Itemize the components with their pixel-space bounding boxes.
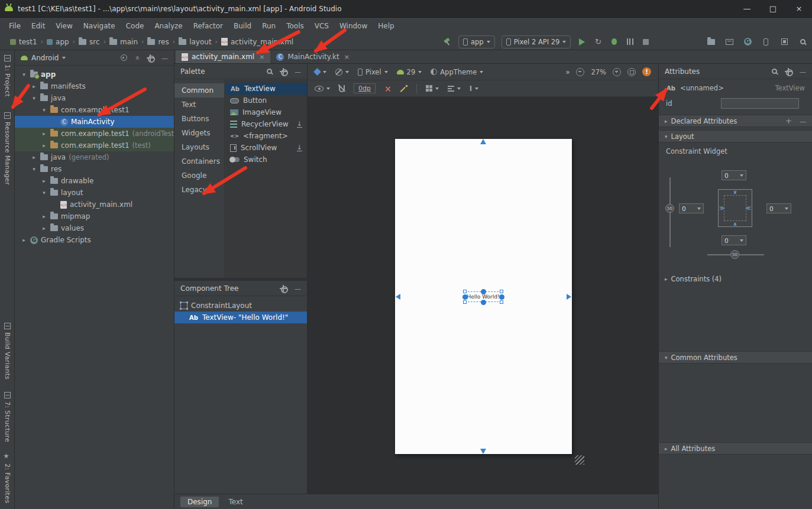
palette-item-switch[interactable]: Switch [225,154,307,166]
maximize-button[interactable]: □ [760,0,786,17]
horizontal-bias-slider[interactable]: 50 [730,250,739,259]
device-file-explorer-icon[interactable] [706,37,716,47]
layout-section[interactable]: ▾ Layout [659,130,812,142]
tree-item-values[interactable]: ▸values [15,222,174,234]
tool-window-button-resource-manager[interactable]: Resource Manager [4,112,11,185]
palette-item-imageview[interactable]: ImageView [225,106,307,118]
default-margin-button[interactable]: 0dp [354,83,376,93]
tree-item-app[interactable]: ▾app [15,69,174,80]
menu-run[interactable]: Run [257,20,281,33]
search-icon[interactable] [772,69,777,74]
tree-expand-arrow[interactable]: ▾ [21,72,27,77]
hide-panel-icon[interactable] [295,284,301,293]
gear-icon[interactable] [280,285,287,292]
canvas-resize-grip[interactable] [575,455,584,465]
build-hammer-icon[interactable] [442,37,452,47]
run-configuration-select[interactable]: app [458,35,495,48]
tree-expand-arrow[interactable]: ▸ [31,83,37,89]
theme-selector[interactable]: AppTheme [431,68,483,76]
component-tree-item-constraintlayout[interactable]: ConstraintLayout [174,300,307,312]
search-everywhere-icon[interactable] [798,37,807,47]
tree-expand-arrow[interactable]: ▾ [31,95,37,101]
tree-expand-arrow[interactable]: ▾ [31,166,37,172]
tree-item-java-generated[interactable]: ▸java(generated) [15,151,174,163]
constraints-section[interactable]: ▸ Constraints (4) [659,273,812,285]
apply-changes-icon[interactable] [593,37,603,47]
tree-item-com-example-test1-androidtest[interactable]: ▸com.example.test1(androidTest) [15,128,174,140]
palette-item-scrollview[interactable]: ScrollView↓ [225,142,307,154]
menu-help[interactable]: Help [373,20,399,33]
debug-icon[interactable] [609,37,619,47]
avd-manager-icon[interactable] [761,37,771,47]
guidelines-selector[interactable] [470,85,478,93]
menu-navigate[interactable]: Navigate [78,20,121,33]
all-attributes-section[interactable]: ▸ All Attributes [659,442,812,455]
vertical-bias-slider[interactable]: 50 [665,204,674,213]
margin-right-select[interactable]: 0 [766,203,791,213]
constraint-anchor-top[interactable] [481,289,486,294]
menu-code[interactable]: Code [121,20,150,33]
tree-expand-arrow[interactable]: ▸ [31,154,37,160]
close-button[interactable]: × [786,0,812,17]
palette-category-containers[interactable]: Containers [174,154,224,168]
locate-file-icon[interactable] [121,54,127,61]
tree-expand-arrow[interactable]: ▾ [41,190,47,196]
breadcrumb-item-res[interactable]: res [145,38,170,46]
palette-category-google[interactable]: Google [174,168,224,183]
hide-panel-icon[interactable] [161,54,168,62]
tool-window-button-7-structure[interactable]: 7: Structure [4,392,11,442]
selection-corner-handle[interactable] [500,290,503,293]
constraint-anchor-bottom[interactable] [481,300,486,305]
constraint-widget-box[interactable] [718,189,752,227]
gradle-sync-icon[interactable]: G [743,37,752,47]
pack-selector[interactable] [426,85,439,92]
api-selector[interactable]: 29 [397,68,422,76]
gear-icon[interactable] [147,54,154,61]
palette-category-widgets[interactable]: Widgets [174,126,224,140]
autoconnect-toggle-icon[interactable] [339,85,345,92]
menu-file[interactable]: File [4,20,26,33]
bottom-tab-design[interactable]: Design [180,497,219,507]
breadcrumb-item-src[interactable]: src [77,38,102,46]
palette-category-buttons[interactable]: Buttons [174,112,224,126]
palette-category-legacy[interactable]: Legacy [174,183,224,197]
clear-constraints-icon[interactable] [384,84,392,93]
menu-view[interactable]: View [50,20,77,33]
stop-icon[interactable] [641,37,651,47]
tree-expand-arrow[interactable]: ▸ [41,225,47,231]
editor-tab-activity-main-xml[interactable]: activity_main.xml× [176,50,270,63]
zoom-out-icon[interactable] [576,68,584,76]
tree-item-com-example-test1-test[interactable]: ▸com.example.test1(test) [15,140,174,151]
emulator-icon[interactable] [724,37,734,47]
palette-category-text[interactable]: Text [174,98,224,112]
tree-expand-arrow[interactable]: ▸ [41,142,47,148]
collapse-all-icon[interactable] [132,56,141,60]
add-attribute-icon[interactable] [785,116,792,125]
margin-top-select[interactable]: 0 [722,170,746,180]
view-options-selector[interactable] [315,86,330,92]
device-selector[interactable]: Pixel [358,68,388,76]
tree-item-mipmap[interactable]: ▸mipmap [15,210,174,222]
palette-item-textview[interactable]: AbTextView [225,83,307,95]
selection-corner-handle[interactable] [500,300,503,304]
constraint-anchor-right[interactable] [499,294,504,300]
breadcrumb-item-app[interactable]: app [45,38,71,46]
tree-item-mainactivity[interactable]: CMainActivity [15,116,174,128]
palette-category-common[interactable]: Common [174,83,224,98]
tree-item-gradle-scripts[interactable]: ▸GGradle Scripts [15,234,174,246]
device-select[interactable]: Pixel 2 API 29 [502,35,571,48]
tree-item-res[interactable]: ▾res [15,163,174,175]
search-icon[interactable] [267,69,272,74]
id-input[interactable] [721,98,799,109]
component-tree-item-textview-hello-world[interactable]: AbTextView- "Hello World!" [174,312,307,323]
palette-item-recyclerview[interactable]: RecyclerView↓ [225,118,307,130]
tool-window-button-build-variants[interactable]: Build Variants [4,323,11,380]
download-icon[interactable]: ↓ [297,121,302,128]
palette-item-fragment[interactable]: <><fragment> [225,130,307,142]
constraint-anchor-left[interactable] [462,294,468,300]
palette-category-layouts[interactable]: Layouts [174,140,224,154]
orientation-selector[interactable] [335,69,349,76]
breadcrumb-item-layout[interactable]: layout [177,38,213,46]
margin-left-select[interactable]: 0 [679,203,704,213]
project-view-selector[interactable]: Android [31,54,59,62]
